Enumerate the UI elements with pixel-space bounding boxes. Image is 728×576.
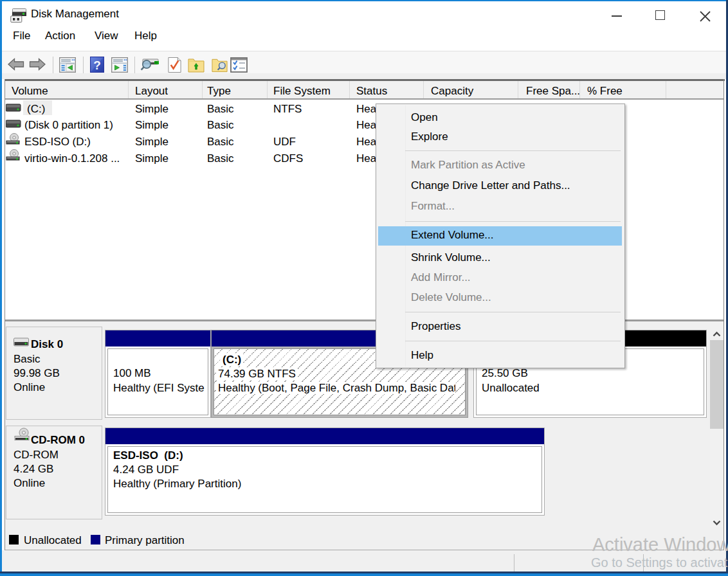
svg-text:?: ? [93, 59, 101, 72]
